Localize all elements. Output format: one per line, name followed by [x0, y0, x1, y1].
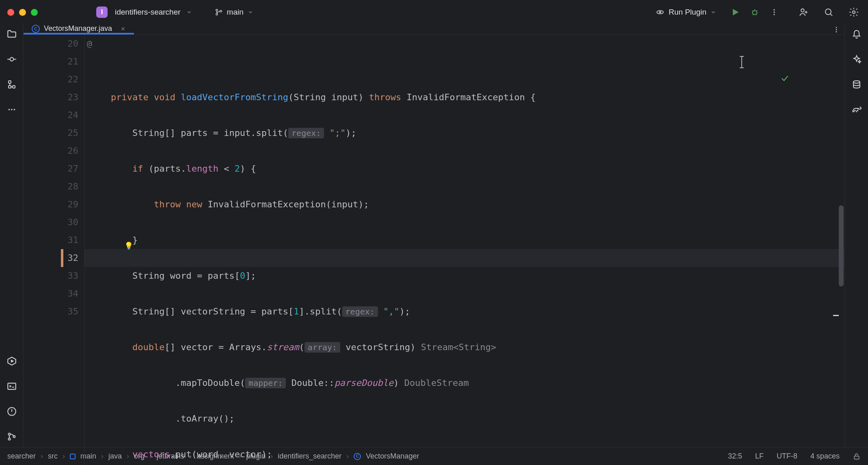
svg-point-30	[857, 108, 858, 109]
code-area[interactable]: private void loadVectorFromString(String…	[84, 35, 844, 465]
maximize-icon[interactable]	[31, 9, 38, 16]
tab-more-icon[interactable]	[828, 24, 844, 34]
svg-point-1	[216, 13, 217, 15]
tab-filename: VectorsManager.java	[44, 24, 112, 33]
more-actions-button[interactable]	[767, 5, 781, 19]
svg-point-6	[773, 9, 775, 11]
svg-point-17	[11, 109, 13, 110]
svg-point-11	[853, 11, 855, 14]
problems-tool-icon[interactable]	[6, 406, 17, 417]
svg-point-29	[853, 81, 860, 83]
scrollbar-thumb[interactable]	[839, 205, 844, 286]
run-button[interactable]	[728, 5, 742, 19]
close-icon[interactable]	[7, 9, 14, 16]
gutter[interactable]: 20@ 21 22 23 24 25 26 27 28 29 30 31 32 …	[24, 35, 84, 465]
project-tool-icon[interactable]	[6, 28, 17, 40]
svg-point-26	[836, 27, 837, 28]
svg-point-28	[836, 31, 837, 32]
gradle-tool-icon[interactable]	[851, 104, 862, 115]
current-line-highlight	[84, 249, 844, 267]
settings-button[interactable]	[847, 5, 861, 19]
chevron-down-icon	[248, 9, 253, 15]
editor-tabs: C VectorsManager.java	[24, 24, 844, 35]
close-tab-icon[interactable]	[120, 26, 126, 32]
readonly-lock-icon[interactable]	[853, 452, 861, 461]
svg-point-9	[801, 9, 804, 12]
svg-point-8	[773, 14, 775, 15]
vcs-branch-widget[interactable]: main	[215, 8, 253, 17]
structure-tool-icon[interactable]	[6, 79, 17, 90]
chevron-down-icon[interactable]	[186, 9, 192, 15]
svg-point-23	[8, 433, 10, 435]
right-toolwindow-strip	[844, 24, 868, 447]
minimize-icon[interactable]	[19, 9, 26, 16]
more-tools-icon[interactable]	[6, 104, 17, 115]
caret-position-marker	[833, 315, 839, 316]
database-tool-icon[interactable]	[851, 79, 862, 90]
svg-point-27	[836, 29, 837, 30]
branch-icon	[215, 8, 223, 16]
svg-rect-13	[9, 81, 11, 83]
titlebar: I identifiers-searcher main Run Plugin	[0, 0, 868, 24]
git-tool-icon[interactable]	[6, 431, 17, 442]
chevron-down-icon	[710, 9, 716, 15]
search-button[interactable]	[822, 5, 836, 19]
svg-point-16	[8, 109, 10, 110]
ai-assistant-tool-icon[interactable]	[851, 54, 862, 65]
svg-point-3	[659, 11, 661, 13]
svg-rect-31	[854, 456, 859, 459]
svg-point-2	[220, 10, 221, 12]
svg-point-12	[10, 58, 13, 61]
svg-point-10	[825, 9, 831, 15]
run-config-icon	[656, 8, 665, 17]
svg-rect-15	[13, 86, 15, 88]
svg-point-7	[773, 11, 775, 13]
text-caret-icon	[741, 56, 742, 68]
project-badge[interactable]: I	[96, 6, 108, 18]
terminal-tool-icon[interactable]	[6, 381, 17, 392]
inspection-ok-icon[interactable]	[780, 38, 839, 118]
code-with-me-button[interactable]	[797, 5, 810, 19]
svg-rect-21	[8, 383, 16, 389]
svg-marker-20	[11, 360, 13, 362]
commit-tool-icon[interactable]	[6, 54, 17, 65]
notifications-tool-icon[interactable]	[851, 28, 862, 40]
java-class-icon: C	[32, 25, 40, 33]
svg-point-0	[216, 9, 217, 11]
caret-line-marker	[61, 249, 63, 267]
branch-name: main	[227, 8, 244, 17]
code-editor[interactable]: 20@ 21 22 23 24 25 26 27 28 29 30 31 32 …	[24, 35, 844, 465]
project-name[interactable]: identifiers-searcher	[115, 8, 181, 17]
services-tool-icon[interactable]	[6, 355, 17, 367]
left-toolwindow-strip	[0, 24, 24, 447]
intention-bulb-icon[interactable]: 💡	[124, 237, 133, 255]
svg-marker-4	[733, 9, 738, 15]
svg-point-18	[13, 109, 15, 110]
svg-point-24	[8, 438, 10, 440]
run-config-name: Run Plugin	[669, 8, 706, 17]
window-controls	[7, 9, 38, 16]
svg-rect-14	[9, 86, 11, 88]
editor-tab[interactable]: C VectorsManager.java	[24, 24, 134, 34]
run-config-selector[interactable]: Run Plugin	[656, 8, 716, 17]
debug-button[interactable]	[748, 5, 762, 19]
